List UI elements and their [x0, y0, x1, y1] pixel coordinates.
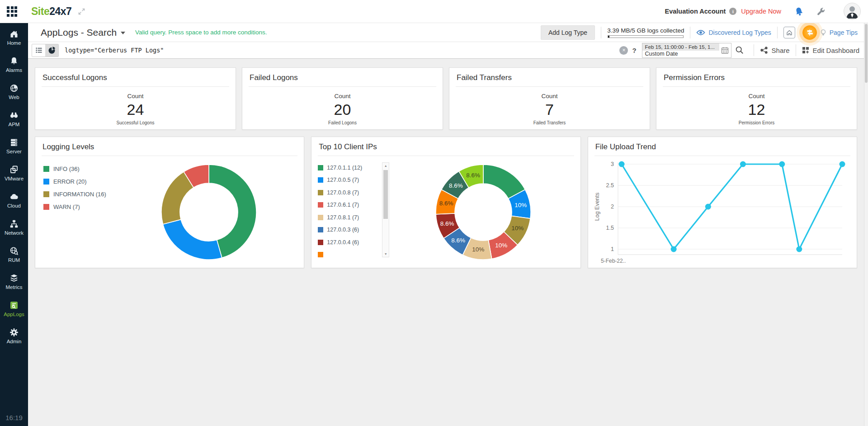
legend-item[interactable]: 127.0.0.5 (7): [318, 174, 378, 187]
account-info-icon[interactable]: i: [729, 8, 736, 15]
sidebar-item-metrics[interactable]: Metrics: [0, 267, 28, 294]
card-title: Logging Levels: [35, 137, 304, 156]
stat-footer: Failed Transfers: [449, 120, 650, 125]
query-help-icon[interactable]: ?: [632, 47, 636, 54]
edit-dashboard-button[interactable]: Edit Dashboard: [802, 47, 859, 54]
svg-text:8.6%: 8.6%: [440, 220, 454, 227]
notifications-bell-icon[interactable]: [794, 6, 804, 17]
user-avatar[interactable]: [844, 3, 861, 20]
sidebar-item-rum[interactable]: RUM: [0, 240, 28, 267]
sidebar-item-admin[interactable]: Admin: [0, 322, 28, 349]
metrics-layers-icon: [9, 273, 19, 283]
top-client-ips-donut-chart[interactable]: 10%10%10%10%8.6%8.6%8.6%8.6%8.6%: [435, 164, 531, 260]
page-scrollbar[interactable]: [864, 23, 868, 426]
legend-item[interactable]: 127.0.6.1 (7): [318, 199, 378, 212]
stat-footer: Failed Logons: [242, 120, 443, 125]
tools-wrench-icon[interactable]: [816, 7, 826, 16]
sidebar-item-cloud[interactable]: Cloud: [0, 186, 28, 213]
stat-metric-label: Count: [35, 93, 236, 99]
legend-item[interactable]: 127.0.8.1 (7): [318, 211, 378, 224]
svg-text:10%: 10%: [495, 242, 508, 249]
page-tips-link[interactable]: Page Tips: [830, 29, 858, 36]
sidebar-item-alarms[interactable]: Alarms: [0, 50, 28, 77]
share-button[interactable]: Share: [760, 46, 790, 54]
sidebar-item-network[interactable]: Network: [0, 213, 28, 240]
legend-item[interactable]: 127.0.0.8 (7): [318, 186, 378, 199]
legend-swatch: [318, 252, 323, 257]
date-range-picker[interactable]: Feb 15, 11:00:00 - Feb 15, 1... Custom D…: [642, 43, 731, 58]
stat-footer: Permission Errors: [656, 120, 857, 125]
logging-levels-donut-chart[interactable]: [161, 164, 257, 260]
divider: [594, 156, 850, 156]
sidebar-item-applogs[interactable]: AppLogs: [0, 294, 28, 322]
site24x7-logo[interactable]: Site24x7: [31, 5, 71, 18]
svg-text:8.6%: 8.6%: [449, 182, 463, 189]
legend-swatch: [318, 240, 323, 245]
stat-value: 7: [449, 101, 650, 118]
legend-scrollbar[interactable]: ▲ ▼: [382, 162, 389, 257]
calendar-icon[interactable]: [719, 43, 731, 57]
legend-item[interactable]: INFORMATION (16): [43, 188, 106, 200]
page-header: AppLogs - Search Valid query. Press spac…: [28, 23, 864, 42]
legend-swatch: [43, 191, 49, 197]
query-valid-hint: Valid query. Press space to add more con…: [135, 29, 267, 36]
log-usage-gauge-fill: [608, 36, 609, 38]
svg-text:8.6%: 8.6%: [452, 237, 466, 244]
fullscreen-icon[interactable]: [78, 8, 85, 15]
query-bar-actions: × ? Feb 15, 11:00:00 - Feb 15, 1... Cust…: [619, 43, 859, 58]
legend-item[interactable]: 127.0.0.4 (6): [318, 236, 378, 249]
sidebar-item-vmware[interactable]: VMware: [0, 159, 28, 186]
sidebar-clock: 16:19: [0, 414, 28, 421]
home-icon: [9, 29, 19, 39]
page-title[interactable]: AppLogs - Search: [41, 27, 117, 38]
query-input[interactable]: logtype="Cerberus FTP Logs": [65, 47, 619, 54]
discovered-log-types-link[interactable]: Discovered Log Types: [696, 29, 771, 36]
client-ips-rows: 127.0.1.1 (12) 127.0.0.5 (7) 127.0.0.8 (…: [318, 161, 378, 257]
query-bar: logtype="Cerberus FTP Logs" × ? Feb 15, …: [28, 42, 864, 59]
legend-item[interactable]: 127.0.0.3 (6): [318, 224, 378, 237]
list-view-button[interactable]: [32, 44, 45, 57]
client-ips-legend-list: 127.0.1.1 (12) 127.0.0.5 (7) 127.0.0.8 (…: [318, 161, 389, 257]
divider: [42, 156, 297, 156]
admin-gear-icon: [9, 327, 19, 337]
scrollbar-thumb[interactable]: [383, 170, 388, 219]
stat-card-successful-logons: Successful Logons Count 24 Successful Lo…: [35, 67, 236, 130]
sidebar-item-apm[interactable]: APM: [0, 104, 28, 132]
legend-item[interactable]: [318, 249, 378, 258]
sidebar-item-web[interactable]: Web: [0, 77, 28, 104]
legend-item[interactable]: INFO (36): [43, 162, 106, 175]
divider: [690, 27, 690, 38]
legend-swatch: [43, 204, 49, 210]
legend-item[interactable]: 127.0.1.1 (12): [318, 161, 378, 174]
add-log-type-button[interactable]: Add Log Type: [541, 25, 595, 40]
legend-item[interactable]: WARN (7): [43, 200, 106, 213]
pie-view-button[interactable]: [45, 44, 58, 57]
legend-item[interactable]: ERROR (20): [43, 175, 106, 188]
title-dropdown-caret-icon[interactable]: [121, 32, 125, 34]
sidebar-nav: Home Alarms Web APM Server VMware Cloud: [0, 23, 28, 426]
date-range-value: Feb 15, 11:00:00 - Feb 15, 1...: [642, 43, 719, 51]
stat-card-failed-transfers: Failed Transfers Count 7 Failed Transfer…: [449, 67, 650, 130]
network-topology-icon: [9, 219, 19, 229]
stat-value: 24: [35, 101, 236, 118]
avatar-silhouette-icon: [844, 3, 860, 19]
sidebar-item-server[interactable]: Server: [0, 132, 28, 159]
file-upload-trend-card: File Upload Trend 32.521.51Log Events5-F…: [588, 137, 857, 268]
search-icon[interactable]: [735, 46, 744, 55]
upgrade-now-link[interactable]: Upgrade Now: [741, 8, 781, 15]
page-scrollbar-thumb[interactable]: [865, 24, 868, 83]
app-launcher-icon[interactable]: [7, 6, 17, 17]
divider: [796, 44, 796, 56]
scroll-up-icon[interactable]: ▲: [382, 164, 389, 167]
default-dashboard-icon[interactable]: [783, 27, 795, 38]
scroll-down-icon[interactable]: ▼: [382, 252, 389, 256]
log-usage: 3.39 MB/5 GB logs collected: [607, 27, 684, 38]
page-tips-signpost-icon[interactable]: [802, 25, 817, 40]
sidebar-item-home[interactable]: Home: [0, 23, 28, 50]
date-range-text: Feb 15, 11:00:00 - Feb 15, 1... Custom D…: [642, 43, 719, 57]
stat-card-failed-logons: Failed Logons Count 20 Failed Logons: [242, 67, 443, 130]
share-icon: [760, 46, 768, 54]
clear-query-icon[interactable]: ×: [619, 46, 628, 55]
file-upload-trend-line-chart[interactable]: 32.521.51Log Events5-Feb-22..: [592, 158, 854, 266]
query-view-toggle: [32, 44, 59, 57]
